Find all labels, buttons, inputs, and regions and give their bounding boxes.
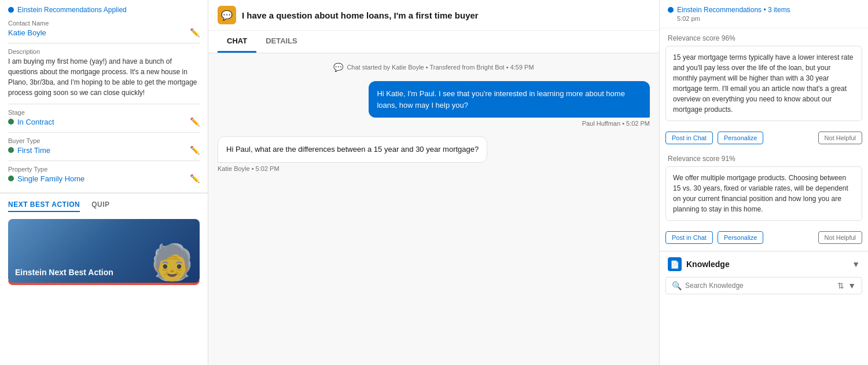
property-type-label: Property Type bbox=[8, 166, 200, 173]
buyer-type-value: First Time ✏️ bbox=[8, 145, 200, 155]
chat-tabs: CHAT DETAILS bbox=[208, 31, 659, 53]
stage-dot-field: In Contract bbox=[8, 118, 54, 126]
einstein-figure-icon: 🧓 bbox=[150, 242, 194, 283]
description-field: Description I am buying my first home (y… bbox=[8, 48, 200, 98]
description-label: Description bbox=[8, 48, 200, 55]
personalize-button-2[interactable]: Personalize bbox=[718, 231, 763, 244]
buyer-type-field: Buyer Type First Time ✏️ bbox=[8, 137, 200, 155]
knowledge-chevron-down-icon[interactable]: ▼ bbox=[852, 260, 860, 269]
search-chevron-down-icon[interactable]: ▼ bbox=[848, 281, 856, 290]
property-type-text: Single Family Home bbox=[17, 174, 84, 183]
buyer-type-dot bbox=[8, 147, 14, 153]
sort-icon[interactable]: ⇅ bbox=[837, 281, 844, 290]
einstein-header-text: Einstein Recommendations • 3 items bbox=[677, 6, 790, 14]
property-type-dot-field: Single Family Home bbox=[8, 174, 84, 183]
stage-field: Stage In Contract ✏️ bbox=[8, 109, 200, 126]
post-in-chat-button-1[interactable]: Post in Chat bbox=[665, 132, 713, 144]
knowledge-search-bar[interactable]: 🔍 ⇅ ▼ bbox=[665, 277, 862, 294]
nba-card: Einstein Next Best Action 🧓 bbox=[8, 219, 200, 283]
system-message-text: Chat started by Katie Boyle • Transfered… bbox=[347, 64, 534, 71]
relevance-score-1: Relevance score 96% bbox=[660, 28, 868, 46]
einstein-rec-header: Einstein Recommendations • 3 items bbox=[668, 6, 860, 14]
customer-bubble-meta: Katie Boyle • 5:02 PM bbox=[218, 165, 487, 172]
stage-value: In Contract ✏️ bbox=[8, 117, 200, 126]
chat-bubble-customer: Hi Paul, what are the differences betwee… bbox=[218, 136, 487, 172]
knowledge-icon: 📄 bbox=[668, 257, 682, 271]
chat-title: I have a question about home loans, I'm … bbox=[242, 10, 479, 20]
personalize-button-1[interactable]: Personalize bbox=[718, 132, 763, 144]
knowledge-section: 📄 Knowledge ▼ 🔍 ⇅ ▼ bbox=[660, 251, 868, 300]
chat-body: 💬 Chat started by Katie Boyle • Transfer… bbox=[208, 53, 659, 365]
rec-actions-2: Post in Chat Personalize Not Helpful bbox=[660, 227, 868, 249]
contact-name: Katie Boyle bbox=[8, 28, 46, 37]
buyer-type-edit-icon[interactable]: ✏️ bbox=[190, 145, 200, 155]
agent-bubble-meta: Paul Huffman • 5:02 PM bbox=[369, 120, 650, 127]
chat-header-icon: 💬 bbox=[218, 6, 236, 24]
knowledge-title: 📄 Knowledge bbox=[668, 257, 730, 271]
search-icon: 🔍 bbox=[672, 281, 682, 290]
agent-bubble-text: Hi Katie, I'm Paul. I see that you're in… bbox=[369, 81, 650, 118]
relevance-score-2: Relevance score 91% bbox=[660, 149, 868, 166]
chat-bubble-agent: Hi Katie, I'm Paul. I see that you're in… bbox=[369, 81, 650, 127]
einstein-dot-icon bbox=[668, 7, 674, 13]
left-panel-top: Einstein Recommendations Applied Contact… bbox=[0, 0, 208, 193]
nba-section: NEXT BEST ACTION QUIP Einstein Next Best… bbox=[0, 193, 208, 365]
description-text: I am buying my first home (yay!) and hav… bbox=[8, 56, 200, 98]
stage-text: In Contract bbox=[17, 118, 54, 126]
customer-bubble-text: Hi Paul, what are the differences betwee… bbox=[218, 136, 487, 163]
knowledge-label: Knowledge bbox=[686, 260, 730, 269]
stage-dot bbox=[8, 119, 14, 125]
not-helpful-button-1[interactable]: Not Helpful bbox=[818, 132, 862, 144]
contact-edit-icon[interactable]: ✏️ bbox=[190, 28, 200, 37]
post-in-chat-button-2[interactable]: Post in Chat bbox=[665, 231, 713, 244]
search-knowledge-input[interactable] bbox=[685, 282, 834, 290]
stage-edit-icon[interactable]: ✏️ bbox=[190, 117, 200, 126]
contact-label: Contact Name bbox=[8, 20, 200, 27]
chat-system-message: 💬 Chat started by Katie Boyle • Transfer… bbox=[218, 63, 650, 72]
nba-tab-next-best-action[interactable]: NEXT BEST ACTION bbox=[8, 200, 80, 212]
right-panel: Einstein Recommendations • 3 items 5:02 … bbox=[660, 0, 868, 365]
stage-label: Stage bbox=[8, 109, 200, 116]
property-type-field: Property Type Single Family Home ✏️ bbox=[8, 166, 200, 183]
not-helpful-button-2[interactable]: Not Helpful bbox=[818, 231, 862, 244]
nba-card-label: Einstein Next Best Action bbox=[8, 262, 120, 283]
system-message-icon: 💬 bbox=[333, 63, 343, 72]
left-panel: Einstein Recommendations Applied Contact… bbox=[0, 0, 208, 365]
nba-tab-quip[interactable]: QUIP bbox=[91, 200, 109, 212]
chat-header: 💬 I have a question about home loans, I'… bbox=[208, 0, 659, 31]
contact-value: Katie Boyle ✏️ bbox=[8, 28, 200, 37]
property-type-dot bbox=[8, 176, 14, 181]
center-panel: 💬 I have a question about home loans, I'… bbox=[208, 0, 660, 365]
contact-field: Contact Name Katie Boyle ✏️ bbox=[8, 20, 200, 37]
rec-actions-1: Post in Chat Personalize Not Helpful bbox=[660, 127, 868, 149]
buyer-type-text: First Time bbox=[17, 146, 50, 155]
einstein-timestamp: 5:02 pm bbox=[677, 15, 860, 22]
property-type-value: Single Family Home ✏️ bbox=[8, 174, 200, 183]
einstein-rec-label: Einstein Recommendations Applied bbox=[8, 6, 200, 14]
rec-card-1: 15 year mortgage terms typically have a … bbox=[665, 46, 862, 121]
buyer-type-dot-field: First Time bbox=[8, 146, 50, 155]
rec-card-2: We offer multiple mortgage products. Cho… bbox=[665, 166, 862, 221]
right-panel-top: Einstein Recommendations • 3 items 5:02 … bbox=[660, 0, 868, 28]
knowledge-header: 📄 Knowledge ▼ bbox=[660, 251, 868, 277]
tab-chat[interactable]: CHAT bbox=[218, 31, 256, 53]
tab-details[interactable]: DETAILS bbox=[256, 31, 307, 53]
buyer-type-label: Buyer Type bbox=[8, 137, 200, 144]
property-type-edit-icon[interactable]: ✏️ bbox=[190, 174, 200, 183]
nba-tabs: NEXT BEST ACTION QUIP bbox=[8, 200, 200, 212]
